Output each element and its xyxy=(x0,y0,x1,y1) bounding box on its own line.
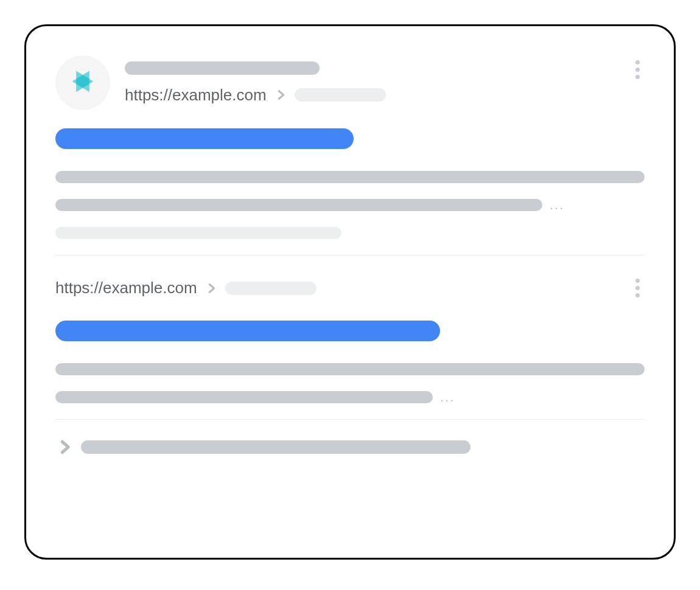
result-header: https://example.com xyxy=(55,55,645,110)
chevron-right-icon xyxy=(205,282,218,295)
result-url: https://example.com xyxy=(55,279,197,297)
result-url: https://example.com xyxy=(125,86,267,105)
ellipsis: ... xyxy=(550,202,564,208)
breadcrumb[interactable]: https://example.com xyxy=(55,279,317,297)
ellipsis: ... xyxy=(440,394,455,400)
site-favicon xyxy=(55,55,110,110)
result-description-line xyxy=(55,363,645,375)
play-star-icon xyxy=(67,67,99,99)
result-title-link[interactable] xyxy=(55,128,354,149)
breadcrumb-tail-placeholder xyxy=(295,88,386,102)
result-description-line xyxy=(55,391,433,403)
site-name-placeholder xyxy=(125,61,320,75)
chevron-right-icon xyxy=(55,438,74,456)
breadcrumb-tail-placeholder xyxy=(225,282,317,295)
result-header: https://example.com xyxy=(55,274,645,302)
more-options-button[interactable] xyxy=(631,55,645,84)
breadcrumb[interactable]: https://example.com xyxy=(125,86,616,105)
result-description-line xyxy=(55,199,542,211)
search-result-card: https://example.com ... https://example.… xyxy=(24,24,676,560)
more-options-button[interactable] xyxy=(631,274,645,302)
divider xyxy=(55,255,645,255)
result-title-link[interactable] xyxy=(55,321,440,341)
divider xyxy=(55,419,645,420)
sublink-placeholder xyxy=(81,440,471,454)
sublink-row[interactable] xyxy=(55,438,645,456)
result-header-text: https://example.com xyxy=(125,61,616,105)
chevron-right-icon xyxy=(274,88,287,102)
result-description-line xyxy=(55,227,341,239)
result-description-line xyxy=(55,171,645,183)
